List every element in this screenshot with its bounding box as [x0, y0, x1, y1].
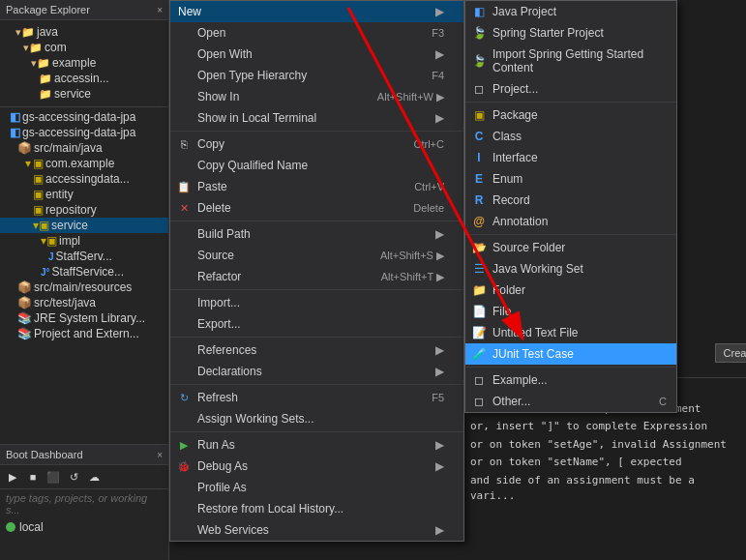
menu-item-new[interactable]: New ▶: [170, 1, 463, 22]
shortcut-show-in: Alt+Shift+W ▶: [377, 91, 444, 103]
java-project-icon: ◧: [471, 4, 487, 19]
tree-item-src-test[interactable]: 📦 src/test/java: [0, 295, 168, 310]
tree-item-repository[interactable]: ▣ repository: [0, 202, 168, 218]
tree-item-jre[interactable]: 📚 JRE System Library...: [0, 310, 168, 326]
package-icon: ▾: [25, 157, 31, 170]
project-icon: ◻: [471, 81, 487, 97]
menu-item-run-as[interactable]: ▶ Run As ▶: [170, 434, 463, 456]
menu-item-refresh[interactable]: ↻ Refresh F5: [170, 387, 463, 408]
menu-item-declarations[interactable]: Declarations ▶: [170, 361, 463, 382]
tree-item-project2[interactable]: ◧ gs-accessing-data-jpa: [0, 125, 168, 140]
boot-stop-btn[interactable]: ■: [24, 468, 42, 486]
tree-item-service[interactable]: ▾▣ service: [0, 218, 168, 233]
open-type-label: Open Type Hierarchy: [197, 69, 307, 82]
tree-label: repository: [45, 203, 97, 217]
submenu-project[interactable]: ◻ Project...: [465, 78, 676, 100]
tree-item-accessin[interactable]: 📁 accessin...: [0, 71, 168, 86]
boot-debug-btn[interactable]: ⬛: [45, 468, 62, 486]
menu-item-show-terminal[interactable]: Show in Local Terminal ▶: [170, 107, 463, 129]
tree-item-src-main[interactable]: 📦 src/main/java: [0, 140, 168, 156]
submenu-import-spring[interactable]: 🍃 Import Spring Getting Started Content: [465, 44, 676, 78]
submenu-annotation[interactable]: @ Annotation: [465, 211, 676, 232]
folder-icon: ▾▣: [41, 234, 57, 248]
boot-refresh-btn[interactable]: ↺: [65, 468, 82, 486]
boot-dashboard-panel: Boot Dashboard × ▶ ■ ⬛ ↺ ☁ type tags, pr…: [0, 444, 169, 560]
submenu-package[interactable]: ▣ Package: [465, 104, 676, 126]
tree-label: StaffService...: [52, 265, 124, 279]
menu-item-import[interactable]: Import...: [170, 292, 463, 313]
folder-icon: 📁: [39, 88, 52, 101]
tree-item-entity[interactable]: ▣ entity: [0, 187, 168, 202]
submenu-file[interactable]: 📄 File: [465, 301, 676, 322]
copy-icon: ⎘: [176, 136, 192, 152]
menu-item-source[interactable]: Source Alt+Shift+S ▶: [170, 245, 463, 266]
boot-dashboard-close[interactable]: ×: [157, 450, 163, 460]
tree-item-impl[interactable]: ▾▣ impl: [0, 233, 168, 249]
source-folder-icon: 📂: [471, 240, 487, 255]
submenu-spring-starter[interactable]: 🍃 Spring Starter Project: [465, 22, 676, 44]
submenu-untitled-text[interactable]: 📝 Untitled Text File: [465, 322, 676, 343]
tree-item-java[interactable]: ▾📁 java: [0, 24, 168, 40]
submenu-class[interactable]: C Class: [465, 126, 676, 147]
menu-item-open-with[interactable]: Open With ▶: [170, 44, 463, 65]
tree-item-project-extern[interactable]: 📚 Project and Extern...: [0, 326, 168, 341]
submenu-java-project[interactable]: ◧ Java Project: [465, 1, 676, 22]
run-icon: ▶: [176, 437, 192, 453]
tree-item-staffservice[interactable]: J° StaffService...: [0, 264, 168, 280]
menu-item-web-services[interactable]: Web Services ▶: [170, 519, 463, 541]
error-line-6: and side of an assignment must be a vari…: [470, 472, 740, 506]
submenu-folder[interactable]: 📁 Folder: [465, 280, 676, 301]
create-junit-btn[interactable]: Create a JUnit test case: [715, 343, 746, 363]
arrow-icon: ▶: [435, 459, 444, 473]
boot-cloud-btn[interactable]: ☁: [85, 468, 103, 486]
boot-run-btn[interactable]: ▶: [4, 468, 21, 486]
tree-item-service-top[interactable]: 📁 service: [0, 86, 168, 102]
menu-item-open-type-hierarchy[interactable]: Open Type Hierarchy F4: [170, 65, 463, 86]
menu-item-references[interactable]: References ▶: [170, 339, 463, 361]
package-explorer-close[interactable]: ×: [157, 5, 163, 15]
tree-item-accessingdata[interactable]: ▣ accessingdata...: [0, 171, 168, 187]
tree-item-example[interactable]: ▾📁 example: [0, 55, 168, 71]
shortcut-f4: F4: [432, 70, 444, 81]
menu-item-show-in[interactable]: Show In Alt+Shift+W ▶: [170, 86, 463, 107]
menu-item-assign[interactable]: Assign Working Sets...: [170, 408, 463, 429]
paste-icon: 📋: [176, 179, 192, 194]
tree-item-staffserv-j[interactable]: J StaffServ...: [0, 249, 168, 264]
submenu-example[interactable]: ◻ Example...: [465, 369, 676, 391]
tree-item-com-example[interactable]: ▾ ▣ com.example: [0, 156, 168, 171]
submenu-label: Other...: [492, 395, 530, 408]
references-label: References: [197, 343, 256, 357]
local-label: local: [19, 520, 44, 534]
menu-item-build-path[interactable]: Build Path ▶: [170, 223, 463, 245]
other-icon: ◻: [471, 394, 487, 409]
submenu-enum[interactable]: E Enum: [465, 168, 676, 190]
menu-item-open[interactable]: Open F3: [170, 22, 463, 44]
menu-item-export[interactable]: Export...: [170, 313, 463, 335]
submenu-source-folder[interactable]: 📂 Source Folder: [465, 237, 676, 258]
tree-item-com[interactable]: ▾📁 com: [0, 40, 168, 55]
menu-item-profile-as[interactable]: Profile As: [170, 477, 463, 498]
spring-import-icon: 🍃: [471, 53, 487, 69]
tree-item-project1[interactable]: ◧ gs-accessing-data-jpa: [0, 109, 168, 125]
submenu-working-set[interactable]: ☰ Java Working Set: [465, 258, 676, 280]
menu-item-copy-qualified[interactable]: Copy Qualified Name: [170, 155, 463, 176]
lib-icon: 📚: [17, 311, 32, 325]
boot-local-item[interactable]: local: [0, 518, 168, 536]
submenu-other[interactable]: ◻ Other... C: [465, 391, 676, 412]
submenu-record[interactable]: R Record: [465, 190, 676, 211]
package-box-icon: ▣: [33, 157, 44, 170]
menu-item-refactor[interactable]: Refactor Alt+Shift+T ▶: [170, 266, 463, 287]
separator: [170, 221, 463, 221]
submenu-interface[interactable]: I Interface: [465, 147, 676, 168]
submenu-junit-test[interactable]: 🧪 JUnit Test Case Create a JUnit test ca…: [465, 343, 676, 365]
menu-item-copy[interactable]: ⎘ Copy Ctrl+C: [170, 133, 463, 155]
untitled-icon: 📝: [471, 325, 487, 340]
menu-item-delete[interactable]: ✕ Delete Delete: [170, 197, 463, 219]
shortcut-copy: Ctrl+C: [414, 138, 444, 150]
menu-item-paste[interactable]: 📋 Paste Ctrl+V: [170, 176, 463, 197]
tree-label: service: [54, 87, 91, 101]
menu-item-restore[interactable]: Restore from Local History...: [170, 498, 463, 519]
tree-item-src-resources[interactable]: 📦 src/main/resources: [0, 280, 168, 295]
menu-item-debug-as[interactable]: 🐞 Debug As ▶: [170, 456, 463, 477]
arrow-icon: ▶: [435, 47, 444, 61]
